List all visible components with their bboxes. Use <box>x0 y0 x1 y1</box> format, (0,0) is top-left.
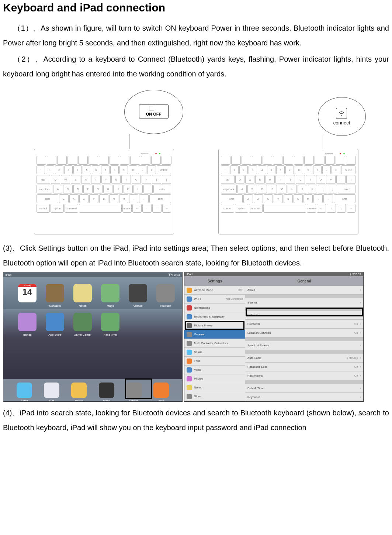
app-icon: Maps <box>101 284 119 302</box>
app-icon: YouTube <box>156 284 175 302</box>
keyboard-key: I <box>121 175 131 184</box>
keyboard-key: L <box>318 185 327 193</box>
keyboard-key: ↑ <box>327 204 336 213</box>
settings-item: Video <box>184 366 245 374</box>
keyboard-key: control <box>37 204 50 213</box>
keyboard-key: ` <box>221 165 229 174</box>
keyboard-key: 4 <box>258 165 266 174</box>
keyboard-key: , <box>129 194 138 203</box>
keyboard-key: ; <box>143 185 153 193</box>
keyboard-key <box>79 204 122 213</box>
keyboard-key: shift <box>334 194 356 203</box>
keyboard-key: control <box>221 204 234 213</box>
keyboard-key: ` <box>37 165 45 174</box>
keyboard-key: - <box>322 165 331 174</box>
settings-detail-item: Passcode LockOff› <box>245 363 363 371</box>
svg-point-0 <box>341 115 342 116</box>
keyboard-key: = <box>147 165 156 174</box>
settings-detail-item: About› <box>245 286 363 295</box>
app-icon: Game Center <box>73 313 92 331</box>
keyboard-key: T <box>275 175 285 184</box>
bluetooth-highlight-box <box>246 308 363 316</box>
keyboard-key: 1 <box>230 165 239 174</box>
keyboard-key: ↑ <box>142 204 152 213</box>
keyboard-key: 7 <box>285 165 294 174</box>
app-icon: App Store <box>46 313 64 331</box>
app-icon: Videos <box>129 284 147 302</box>
keyboard-key: Y <box>286 175 295 184</box>
settings-item: Airplane ModeOFF <box>184 286 245 295</box>
keyboard-key: command <box>122 204 132 213</box>
callout-line <box>323 135 323 150</box>
settings-detail-item: Keyboard› <box>245 393 363 402</box>
keyboard-body-right: connect`1234567890-=deletetabQWERTYUIOP[… <box>218 149 358 234</box>
keyboard-key: 8 <box>295 165 303 174</box>
keyboard-key: Q <box>51 175 60 184</box>
keyboard-key: delete <box>341 165 356 174</box>
keyboard-key <box>263 204 306 213</box>
keyboard-key: 8 <box>110 165 119 174</box>
connect-callout: connect <box>318 97 366 136</box>
keyboard-key: 5 <box>267 165 275 174</box>
settings-detail-item: RestrictionsOff› <box>245 371 363 380</box>
keyboard-key: ; <box>328 185 337 193</box>
dock-icon: Music <box>99 383 114 398</box>
keyboard-key: option <box>51 204 64 213</box>
keyboard-key: U <box>296 175 305 184</box>
keyboard-key: 6 <box>92 165 100 174</box>
paragraph-3: (3)、Click Settings button on the iPad, i… <box>3 241 389 270</box>
keyboard-key: W <box>61 175 70 184</box>
calendar-icon: Sunday 14 <box>18 284 37 302</box>
keyboard-key: H <box>103 185 112 193</box>
keyboard-key: ] <box>346 175 355 184</box>
settings-item: iPod <box>184 357 245 366</box>
keyboard-key: B <box>99 194 108 203</box>
keyboard-key: D <box>258 185 267 193</box>
keyboard-key: shift <box>37 194 59 203</box>
keyboard-key: N <box>109 194 118 203</box>
keyboard-key: J <box>298 185 307 193</box>
keyboard-figures: ON OFF connect`1234567890-=deletetabQWER… <box>3 84 389 235</box>
app-icon: Contacts <box>46 284 64 302</box>
keyboard-key: option <box>235 204 248 213</box>
keyboard-key: R <box>81 175 90 184</box>
keyboard-key: O <box>132 175 141 184</box>
keyboard-key: C <box>79 194 89 203</box>
status-bar: iPad 下午2:03 <box>3 272 182 277</box>
settings-highlight-box <box>125 378 152 399</box>
keyboard-key: - <box>138 165 146 174</box>
keyboard-key: 4 <box>73 165 82 174</box>
keyboard-key: tab <box>37 175 50 184</box>
keyboard-key: 3 <box>249 165 257 174</box>
dock: SafariMailPhotosMusicSettingsiPod <box>3 379 182 401</box>
keyboard-key: . <box>139 194 148 203</box>
keyboard-key: X <box>254 194 263 203</box>
settings-item: Safari <box>184 348 245 357</box>
settings-detail-item: Auto-Lock2 Minutes› <box>245 354 363 363</box>
keyboard-key: M <box>303 194 313 203</box>
keyboard-key: F <box>83 185 93 193</box>
keyboard-key: 2 <box>55 165 63 174</box>
keyboard-key: = <box>332 165 340 174</box>
keyboard-key: A <box>53 185 62 193</box>
dock-icon: Mail <box>44 383 59 398</box>
keyboard-key: [ <box>152 175 161 184</box>
app-icon: iTunes <box>18 313 37 331</box>
keyboard-key: F <box>268 185 277 193</box>
page-title: Keyboard and iPad connection <box>3 1 389 14</box>
keyboard-key: ↓ <box>152 204 162 213</box>
keyboard-key: caps lock <box>37 185 53 193</box>
settings-detail: General About›Sounds›Network›BluetoothOn… <box>245 276 363 402</box>
keyboard-key: K <box>124 185 133 193</box>
keyboard-key: E <box>255 175 264 184</box>
keyboard-key: [ <box>336 175 346 184</box>
keyboard-key: → <box>347 204 356 213</box>
keyboard-key: . <box>323 194 333 203</box>
keyboard-key: 0 <box>129 165 137 174</box>
keyboard-key: V <box>89 194 98 203</box>
keyboard-key: O <box>316 175 325 184</box>
keyboard-key: 6 <box>276 165 285 174</box>
keyboard-key: 9 <box>304 165 312 174</box>
dock-icon: Photos <box>71 383 87 398</box>
keyboard-key: K <box>308 185 317 193</box>
